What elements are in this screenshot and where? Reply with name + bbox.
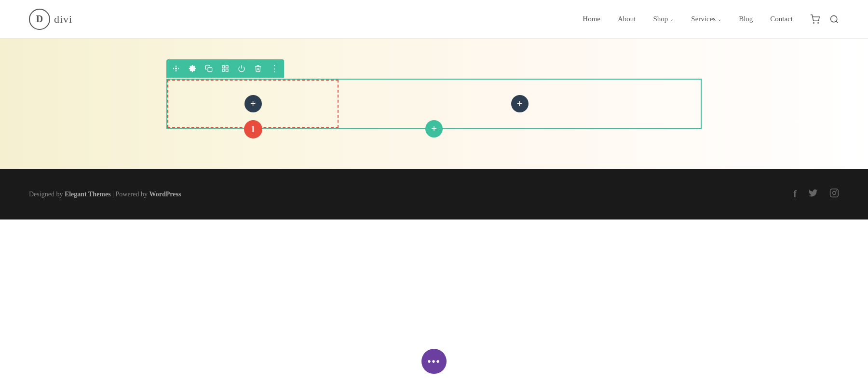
svg-rect-4: [208, 68, 212, 72]
svg-point-2: [831, 15, 837, 22]
nav-contact[interactable]: Contact: [770, 15, 793, 23]
site-header: D divi Home About Shop ⌄ Services ⌄ Blog…: [0, 0, 868, 39]
delete-button[interactable]: [250, 61, 266, 76]
svg-rect-7: [222, 69, 225, 71]
duplicate-button[interactable]: [201, 61, 217, 76]
logo-circle: D: [29, 9, 50, 30]
more-options-button[interactable]: ⋮: [267, 61, 282, 76]
svg-point-1: [818, 22, 819, 23]
move-icon: [172, 65, 180, 72]
chevron-down-icon: ⌄: [718, 16, 721, 22]
chevron-down-icon: ⌄: [670, 16, 674, 22]
section-toolbar: ⋮: [166, 59, 284, 78]
add-module-right-button[interactable]: +: [511, 95, 529, 112]
cart-icon: [810, 14, 820, 24]
power-icon: [238, 65, 245, 72]
toggle-button[interactable]: [234, 61, 249, 76]
svg-line-3: [836, 21, 838, 23]
purple-dots-button[interactable]: •••: [421, 349, 447, 374]
svg-point-12: [836, 191, 837, 191]
twitter-icon[interactable]: [808, 188, 818, 200]
footer-credit: Designed by Elegant Themes | Powered by …: [29, 191, 181, 198]
facebook-icon[interactable]: f: [793, 189, 797, 200]
move-button[interactable]: [168, 61, 184, 76]
main-content-area: ⋮ + 1 + +: [0, 39, 868, 169]
search-button[interactable]: [829, 14, 839, 24]
cart-button[interactable]: [810, 14, 820, 24]
nav-shop[interactable]: Shop ⌄: [653, 15, 674, 23]
builder-section: ⋮ + 1 + +: [166, 79, 702, 129]
instagram-icon[interactable]: [829, 188, 839, 200]
add-row-button[interactable]: +: [425, 120, 443, 137]
grid-button[interactable]: [217, 61, 233, 76]
svg-rect-10: [830, 189, 839, 197]
social-icons: f: [793, 188, 839, 200]
nav-home[interactable]: Home: [583, 15, 600, 23]
nav-blog[interactable]: Blog: [739, 15, 753, 23]
svg-rect-6: [226, 66, 228, 68]
gear-icon: [189, 65, 196, 72]
svg-rect-8: [226, 69, 228, 71]
left-column: + 1: [167, 80, 339, 128]
main-nav: Home About Shop ⌄ Services ⌄ Blog Contac…: [583, 14, 839, 24]
nav-about[interactable]: About: [618, 15, 636, 23]
svg-point-11: [833, 192, 836, 195]
search-icon: [829, 14, 839, 24]
grid-icon: [221, 65, 229, 72]
trash-icon: [254, 65, 262, 72]
site-footer: Designed by Elegant Themes | Powered by …: [0, 169, 868, 219]
logo-text: divi: [54, 13, 72, 26]
logo[interactable]: D divi: [29, 9, 72, 30]
duplicate-icon: [205, 65, 213, 72]
add-module-left-button[interactable]: +: [244, 95, 262, 112]
svg-point-0: [814, 22, 814, 23]
svg-rect-5: [222, 66, 225, 68]
nav-services[interactable]: Services ⌄: [691, 15, 721, 23]
settings-button[interactable]: [185, 61, 200, 76]
nav-utilities: [810, 14, 839, 24]
step-badge: 1: [244, 120, 262, 138]
bottom-area: •••: [0, 219, 868, 384]
right-column: +: [339, 80, 701, 128]
